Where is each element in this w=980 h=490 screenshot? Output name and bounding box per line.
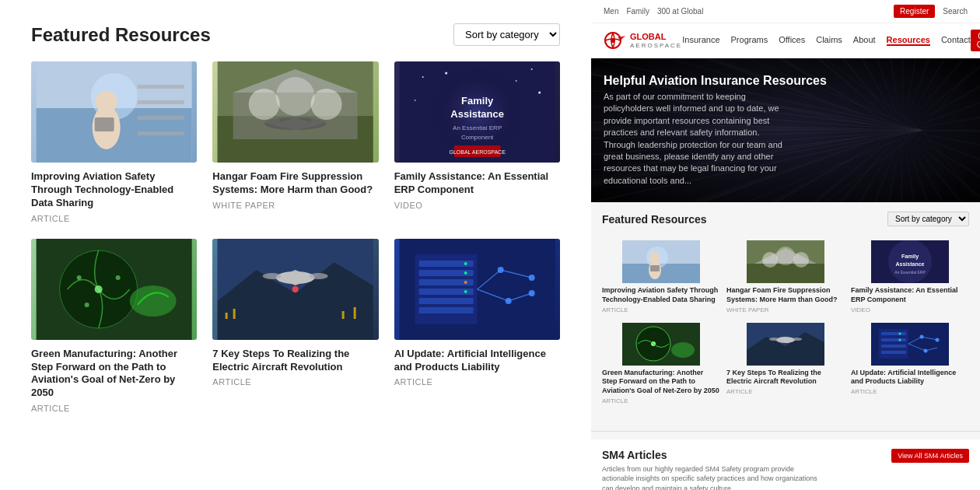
sm4-header: SM4 Articles Articles from our highly re… [602,449,969,490]
svg-point-112 [671,342,695,358]
resource-card-hangar[interactable]: Hangar Foam Fire Suppression Systems: Mo… [212,61,378,223]
svg-point-129 [924,348,928,352]
svg-point-71 [528,290,534,296]
svg-point-95 [649,252,660,263]
nav-insurance[interactable]: Insurance [682,35,719,46]
sm4-description: Articles from our highly regarded SM4 Sa… [602,464,822,490]
mini-type-drone-right: ARTICLE [726,388,845,395]
svg-rect-55 [354,307,356,319]
svg-rect-53 [233,309,236,319]
resource-card-ai[interactable]: AI Update: Artificial Intelligence and P… [394,239,560,414]
card-type-green: ARTICLE [31,404,197,413]
svg-point-64 [464,262,467,265]
svg-point-127 [920,334,924,338]
card-type-ai: ARTICLE [394,377,560,387]
svg-point-73 [611,38,615,43]
right-featured-title: Featured Resources [602,213,707,226]
nav-programs[interactable]: Programs [731,35,768,46]
mini-card-green-right[interactable]: Green Manufacturing: Another Step Forwar… [602,323,720,404]
svg-point-68 [497,267,503,273]
mini-card-family-right[interactable]: Family Assistance An Essential ERP Famil… [851,240,969,313]
svg-point-101 [776,247,795,265]
search-link[interactable]: Search [943,7,968,16]
card-title-hangar: Hangar Foam Fire Suppression Systems: Mo… [212,170,378,197]
svg-point-14 [249,89,280,120]
sort-select[interactable]: Sort by category [453,23,560,46]
card-thumb-ai [394,239,560,340]
svg-text:Assistance: Assistance [450,108,504,120]
mini-type-hangar: WHITE PAPER [726,306,845,313]
nav-resources[interactable]: Resources [887,35,930,46]
resource-card-drone[interactable]: 7 Key Steps To Realizing the Electric Ai… [212,239,378,414]
svg-rect-96 [650,265,660,271]
sm4-view-all-button[interactable]: View All SM4 Articles [891,449,969,463]
nav-family-link[interactable]: Family [626,7,649,16]
svg-text:GLOBAL AEROSPACE: GLOBAL AEROSPACE [449,149,506,155]
right-sort-select[interactable]: Sort by category [887,212,969,226]
hero-title: Helpful Aviation Insurance Resources [604,74,968,88]
svg-rect-52 [226,313,228,319]
svg-point-26 [515,80,516,82]
mini-thumb-aviation [602,240,720,283]
card-title-drone: 7 Key Steps To Realizing the Electric Ai… [212,348,378,374]
mini-card-hangar[interactable]: Hangar Foam Fire Suppression Systems: Mo… [726,240,845,313]
nav-300-link[interactable]: 300 at Global [657,7,704,16]
mini-type-aviation: ARTICLE [602,306,720,313]
mini-thumb-drone-right [726,323,845,366]
card-title-aviation: Improving Aviation Safety Through Techno… [31,170,197,210]
svg-rect-5 [95,117,114,131]
card-type-drone: ARTICLE [212,377,378,387]
nav-men-link[interactable]: Men [604,7,618,16]
resource-card-family[interactable]: Family Assistance An Essential ERP Compo… [394,61,560,223]
svg-rect-63 [418,307,473,313]
svg-rect-98 [747,264,824,283]
get-quote-button[interactable]: Get a Quote [971,30,980,51]
top-nav-bar: Men Family 300 at Global Register Search [591,0,980,23]
register-button[interactable]: Register [894,5,935,18]
nav-offices[interactable]: Offices [779,35,805,46]
svg-point-51 [292,286,299,292]
logo-icon [604,31,627,50]
main-nav-links: Insurance Programs Offices Claims About … [682,35,971,46]
hero-banner: Helpful Aviation Insurance Resources As … [591,58,980,202]
sm4-title: SM4 Articles [602,449,822,461]
mini-card-ai-right[interactable]: AI Update: Artificial Intelligence and P… [851,323,969,404]
card-type-hangar: WHITE PAPER [212,201,378,210]
card-title-family: Family Assistance: An Essential ERP Comp… [394,170,560,197]
page-title: Featured Resources [31,24,211,46]
main-nav: GLOBAL AEROSPACE Insurance Programs Offi… [591,23,980,58]
svg-point-102 [793,252,809,268]
svg-point-40 [77,275,82,280]
mini-grid-row1: Improving Aviation Safety Through Techno… [602,240,969,313]
svg-point-24 [422,76,423,78]
mini-title-aviation: Improving Aviation Safety Through Techno… [602,286,720,304]
mini-card-drone-right[interactable]: 7 Key Steps To Realizing the Electric Ai… [726,323,845,404]
card-type-aviation: ARTICLE [31,214,197,223]
resource-card-aviation[interactable]: Improving Aviation Safety Through Techno… [31,61,197,223]
nav-contact[interactable]: Contact [941,35,971,46]
svg-rect-7 [138,100,184,104]
mini-title-ai-right: AI Update: Artificial Intelligence and P… [851,369,969,387]
resource-grid-row2: Green Manufacturing: Another Step Forwar… [31,239,560,414]
svg-point-41 [116,275,121,280]
svg-point-116 [776,337,795,343]
svg-point-65 [464,271,467,275]
card-thumb-green [31,239,197,340]
right-panel: Men Family 300 at Global Register Search… [591,0,980,490]
svg-point-42 [85,303,89,307]
resource-card-green[interactable]: Green Manufacturing: Another Step Forwar… [31,239,197,414]
nav-about[interactable]: About [853,35,876,46]
logo[interactable]: GLOBAL AEROSPACE [604,31,682,50]
svg-point-67 [464,290,467,293]
svg-text:An Essential ERP: An Essential ERP [894,270,926,275]
svg-point-117 [769,338,779,341]
card-type-family: VIDEO [394,201,560,210]
svg-rect-6 [138,85,184,89]
svg-text:Family: Family [901,254,919,260]
mini-type-ai-right: ARTICLE [851,388,969,395]
mini-title-drone-right: 7 Key Steps To Realizing the Electric Ai… [726,369,845,387]
svg-point-16 [311,89,342,120]
nav-claims[interactable]: Claims [816,35,842,46]
mini-card-aviation[interactable]: Improving Aviation Safety Through Techno… [602,240,720,313]
svg-point-25 [445,72,447,75]
